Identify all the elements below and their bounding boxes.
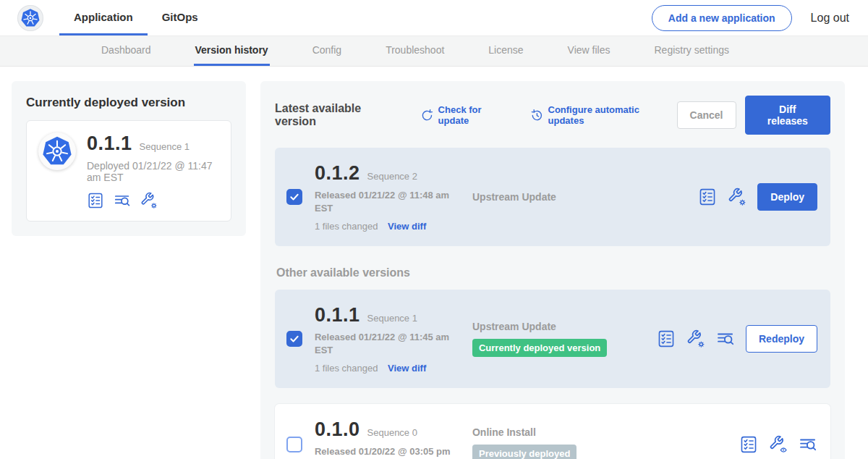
subnav-view-files[interactable]: View files (566, 36, 612, 66)
view-config-icon[interactable] (769, 435, 788, 454)
configure-updates-link[interactable]: Configure automatic updates (530, 104, 677, 126)
view-diff-link[interactable]: View diff (388, 363, 426, 374)
currently-deployed-badge: Currently deployed version (472, 339, 607, 357)
edit-config-icon[interactable] (686, 329, 705, 348)
deployed-version-number: 0.1.1 (87, 132, 132, 155)
deployed-sequence-label: Sequence 1 (140, 141, 190, 152)
tab-application[interactable]: Application (59, 0, 148, 35)
previously-deployed-badge: Previously deployed (472, 445, 576, 459)
subnav-registry-settings[interactable]: Registry settings (652, 36, 730, 66)
release-notes-icon[interactable] (739, 435, 758, 454)
subnav-version-history[interactable]: Version history (194, 36, 270, 66)
diff-releases-button[interactable]: Diff releases (745, 96, 830, 135)
subnav-config[interactable]: Config (311, 36, 343, 66)
edit-config-icon[interactable] (728, 188, 746, 206)
released-timestamp: Released 01/20/22 @ 03:05 pm EST (315, 445, 452, 459)
view-diff-link[interactable]: View diff (388, 221, 426, 232)
version-history-panel: Latest available version Check for updat… (260, 81, 845, 459)
sequence-label: Sequence 0 (367, 427, 417, 438)
currently-deployed-card: Currently deployed version 0.1.1 Sequenc… (12, 81, 246, 236)
cancel-button[interactable]: Cancel (677, 101, 736, 129)
tab-gitops[interactable]: GitOps (148, 0, 213, 35)
clock-refresh-icon (530, 109, 544, 122)
edit-config-icon[interactable] (140, 192, 158, 209)
redeploy-button[interactable]: Redeploy (746, 325, 817, 353)
version-checkbox[interactable] (286, 331, 302, 347)
top-nav: Application GitOps Add a new application… (0, 0, 868, 36)
version-checkbox[interactable] (286, 437, 302, 452)
version-source: Upstream Update (472, 321, 657, 332)
files-changed-label: 1 files changed (315, 221, 378, 232)
other-versions-title: Other available versions (276, 266, 830, 279)
version-checkbox[interactable] (286, 189, 302, 205)
deployed-version-box: 0.1.1 Sequence 1 Deployed 01/21/22 @ 11:… (26, 120, 231, 222)
kubernetes-logo-icon (17, 5, 43, 31)
version-number: 0.1.0 (315, 418, 360, 441)
refresh-icon (420, 109, 434, 122)
release-notes-icon[interactable] (698, 188, 717, 206)
version-source: Upstream Update (472, 191, 657, 203)
subnav-dashboard[interactable]: Dashboard (100, 36, 153, 66)
subnav-troubleshoot[interactable]: Troubleshoot (384, 36, 446, 66)
released-timestamp: Released 01/21/22 @ 11:48 am EST (315, 189, 452, 214)
version-source: Online Install (472, 426, 657, 438)
view-files-icon[interactable] (799, 435, 817, 454)
check-for-update-link[interactable]: Check for update (420, 104, 514, 126)
currently-deployed-title: Currently deployed version (26, 96, 231, 110)
sequence-label: Sequence 1 (367, 313, 417, 324)
version-row: 0.1.2 Sequence 2 Released 01/21/22 @ 11:… (275, 148, 830, 246)
deployed-timestamp: Deployed 01/21/22 @ 11:47 am EST (87, 160, 219, 183)
version-number: 0.1.1 (315, 304, 360, 327)
logout-button[interactable]: Log out (811, 12, 849, 25)
subnav-license[interactable]: License (487, 36, 524, 66)
view-files-icon[interactable] (716, 329, 735, 348)
app-logo-icon (38, 132, 76, 170)
latest-available-title: Latest available version (275, 102, 404, 128)
version-row: 0.1.0 Sequence 0 Released 01/20/22 @ 03:… (275, 404, 830, 459)
app-sub-nav: Dashboard Version history Config Trouble… (0, 36, 868, 67)
files-changed-label: 1 files changed (315, 363, 378, 374)
sequence-label: Sequence 2 (367, 171, 417, 182)
deploy-button[interactable]: Deploy (757, 183, 817, 211)
release-notes-icon[interactable] (657, 329, 676, 348)
version-number: 0.1.2 (315, 162, 360, 185)
view-files-icon[interactable] (114, 192, 131, 209)
configure-updates-label: Configure automatic updates (548, 104, 677, 126)
released-timestamp: Released 01/21/22 @ 11:45 am EST (315, 331, 452, 356)
version-row: 0.1.1 Sequence 1 Released 01/21/22 @ 11:… (275, 290, 830, 388)
check-for-update-label: Check for update (438, 104, 514, 126)
add-application-button[interactable]: Add a new application (652, 5, 792, 31)
release-notes-icon[interactable] (87, 192, 104, 209)
